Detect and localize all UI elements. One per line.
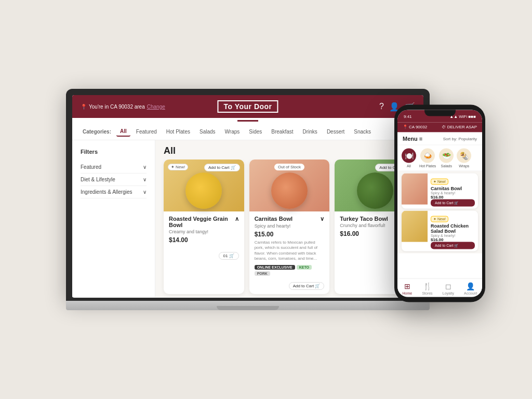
nav-item-breakfast[interactable]: Breakfast [268,127,297,136]
card-body-1: Roasted Veggie Grain Bowl ∧ Creamy and t… [164,211,244,250]
phone-item-price-1: $16.00 [431,195,475,200]
phone-add-cart-btn-2[interactable]: Add to Cart 🛒 [431,242,475,249]
scene: 📍 You're in CA 90032 area Change To Your… [0,0,532,399]
phone-cat-wraps[interactable]: 🌯 Wraps [457,149,471,168]
collapse-icon-2[interactable]: ∨ [320,216,324,222]
filter-diet-label: Diet & Lifestyle [81,177,115,182]
nav-item-sides[interactable]: Sides [245,127,265,136]
product-card-carnitas: Out of Stock Carnitas Bowl ∨ Spicy and h… [249,159,330,294]
product-image-2: Out of Stock [249,159,330,211]
laptop-screen: 📍 You're in CA 90032 area Change To Your… [72,95,423,298]
food-illustration-3 [357,172,393,209]
card-footer-2: Add to Cart 🛒 [249,280,330,294]
filter-featured[interactable]: Featured ∨ [81,161,147,174]
phone-nav-account[interactable]: 👤 Account [464,282,477,295]
phone-item-price-2: $16.00 [431,237,475,242]
change-location-link[interactable]: Change [147,104,165,110]
card-long-desc-2: Carnitas refers to Mexican pulled pork, … [255,240,325,262]
phone-cat-salads[interactable]: 🥗 Salads [439,149,454,168]
filter-diet[interactable]: Diet & Lifestyle ∨ [81,174,147,186]
site-header: 📍 You're in CA 90032 area Change To Your… [72,95,423,118]
nav-item-hotplates[interactable]: Hot Plates [163,127,194,136]
phone-notch [424,110,456,116]
cat-all-label: All [407,164,411,168]
site-body: Filters Featured ∨ Diet & Lifestyle ∨ In… [72,140,423,297]
phone-deliver-label: ⏱ DELIVER ASAP [442,125,477,129]
menu-title: Menu ≡ [403,136,422,142]
sidebar: Filters Featured ∨ Diet & Lifestyle ∨ In… [72,140,155,297]
phone-menu-bar: Menu ≡ Sort by: Popularity [397,132,482,145]
stores-label: Stores [422,291,432,295]
laptop-base [66,301,430,310]
out-of-stock-badge: Out of Stock [274,164,304,170]
phone-nav-home[interactable]: ⊞ Home [403,282,413,295]
nav-item-salads[interactable]: Salads [196,127,219,136]
home-label: Home [403,291,413,295]
chevron-down-icon-2: ∨ [143,177,147,182]
product-tags-2: ONLINE EXCLUSIVE KETO PORK [255,265,325,276]
nav-item-featured[interactable]: Featured [132,127,161,136]
phone-location-text: CA 90032 [409,125,427,129]
phone: 9:41 ▲▲ WiFi ■■■ 📍 CA 90032 ⏱ DELIVER AS… [394,105,485,302]
card-desc-1: Creamy and tangy! [169,229,239,234]
nav-item-wraps[interactable]: Wraps [221,127,244,136]
product-name-2: Carnitas Bowl [255,216,292,222]
card-body-2: Carnitas Bowl ∨ Spicy and hearty! $15.00… [249,211,330,280]
card-title-1: Roasted Veggie Grain Bowl ∧ [169,216,239,228]
account-icon: 👤 [466,282,475,290]
phone-list-item-carnitas: ✦ New! Carnitas Bowl Spicy & hearty! $16… [402,174,478,209]
deliver-text: DELIVER ASAP [447,125,477,129]
collapse-icon-1[interactable]: ∧ [235,216,239,228]
nav-item-all[interactable]: All [116,127,130,137]
cat-salads-label: Salads [441,164,452,168]
header-location: 📍 You're in CA 90032 area Change [81,104,165,110]
phone-add-cart-btn-1[interactable]: Add to Cart 🛒 [431,200,475,207]
page-title: All [164,145,176,156]
phone-time: 9:41 [404,114,412,118]
cat-wraps-icon: 🌯 [457,149,471,163]
phone-item-desc-1: Spicy & hearty! [431,191,475,195]
filter-ingredients[interactable]: Ingredients & Allergies ∨ [81,186,147,198]
nav-item-dessert[interactable]: Dessert [323,127,348,136]
card-desc-2: Spicy and hearty! [255,223,325,229]
stores-icon: 🍴 [423,282,432,290]
phone-item-body-chicken: ✦ New! Roasted Chicken Salad Bowl Spicy … [428,211,478,251]
site-title: To Your Door [217,100,278,113]
product-grid: ✦ New! Add to Cart 🛒 Roasted Veggie Grai… [155,159,423,297]
phone-nav-loyalty[interactable]: ◻ Loyalty [443,282,454,295]
clock-icon: ⏱ [442,125,446,129]
account-label: Account [464,291,477,295]
food-illustration-1 [185,172,222,209]
home-icon: ⊞ [404,282,410,290]
product-image-1: ✦ New! Add to Cart 🛒 [164,159,244,211]
phone-item-desc-2: Spicy & hearty! [431,234,475,237]
main-header: All 36 Items [155,140,423,159]
phone-nav-stores[interactable]: 🍴 Stores [422,282,432,295]
nav-item-snacks[interactable]: Snacks [350,127,375,136]
categories-nav: Categories: All Featured Hot Plates Sala… [72,124,423,140]
phone-cat-all[interactable]: 🍽️ All [402,149,416,168]
product-name-1: Roasted Veggie Grain Bowl [169,216,235,228]
phone-location: 📍 CA 90032 [403,125,427,129]
chevron-down-icon: ∨ [143,164,147,170]
tag-online-exclusive: ONLINE EXCLUSIVE [255,265,295,270]
phone-categories: 🍽️ All 🍛 Hot Plates 🥗 Salads 🌯 Wraps [397,145,482,171]
phone-cat-hotplates[interactable]: 🍛 Hot Plates [419,149,436,168]
food-illustration-2 [271,172,308,209]
add-to-cart-btn-2[interactable]: Add to Cart 🛒 [289,282,325,290]
phone-location-pin-icon: 📍 [403,125,408,129]
phone-item-img-carnitas [402,174,428,205]
sort-label[interactable]: Sort by: Popularity [443,136,477,141]
filter-ingredients-label: Ingredients & Allergies [81,189,132,195]
help-icon[interactable]: ? [379,102,384,112]
phone-item-body-carnitas: ✦ New! Carnitas Bowl Spicy & hearty! $16… [428,174,478,209]
location-text: You're in CA 90032 area [89,104,145,110]
tag-pork: PORK [255,271,270,276]
nav-item-drinks[interactable]: Drinks [299,127,321,136]
filter-featured-label: Featured [81,164,101,170]
card-title-2: Carnitas Bowl ∨ [255,216,325,222]
cat-hotplates-icon: 🍛 [420,149,435,163]
add-to-cart-btn-1[interactable]: Add to Cart 🛒 [204,164,240,171]
cart-qty-btn-1[interactable]: 01 🛒 [219,252,239,260]
cat-all-icon: 🍽️ [402,149,416,163]
